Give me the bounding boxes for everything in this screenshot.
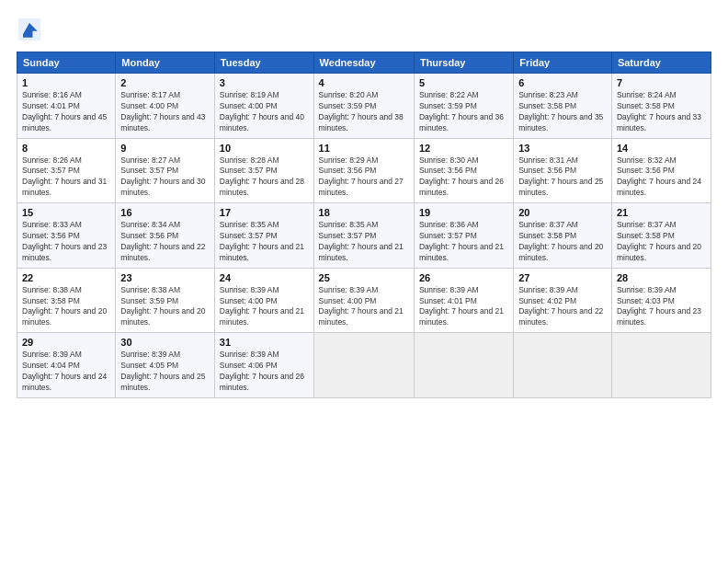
day-info: Sunrise: 8:22 AM Sunset: 3:59 PM Dayligh… bbox=[419, 90, 508, 134]
day-info: Sunrise: 8:27 AM Sunset: 3:57 PM Dayligh… bbox=[120, 155, 210, 200]
day-cell: 19 Sunrise: 8:36 AM Sunset: 3:57 PM Dayl… bbox=[414, 203, 513, 269]
day-number: 31 bbox=[220, 337, 309, 348]
day-number: 11 bbox=[319, 143, 409, 154]
day-info: Sunrise: 8:29 AM Sunset: 3:56 PM Dayligh… bbox=[319, 155, 409, 200]
day-number: 7 bbox=[617, 77, 706, 88]
day-info: Sunrise: 8:24 AM Sunset: 3:58 PM Dayligh… bbox=[617, 90, 706, 134]
day-info: Sunrise: 8:28 AM Sunset: 3:57 PM Dayligh… bbox=[220, 155, 309, 200]
day-number: 6 bbox=[518, 77, 607, 88]
day-info: Sunrise: 8:38 AM Sunset: 3:58 PM Dayligh… bbox=[22, 285, 110, 329]
header-day: Tuesday bbox=[214, 52, 313, 74]
week-row: 29 Sunrise: 8:39 AM Sunset: 4:04 PM Dayl… bbox=[17, 333, 711, 398]
day-number: 2 bbox=[120, 77, 210, 88]
day-number: 16 bbox=[120, 207, 210, 218]
page: SundayMondayTuesdayWednesdayThursdayFrid… bbox=[0, 0, 728, 563]
day-number: 14 bbox=[617, 143, 706, 154]
day-info: Sunrise: 8:26 AM Sunset: 3:57 PM Dayligh… bbox=[22, 155, 110, 200]
header-day: Friday bbox=[514, 52, 612, 74]
day-cell: 26 Sunrise: 8:39 AM Sunset: 4:01 PM Dayl… bbox=[414, 268, 513, 333]
day-cell bbox=[313, 333, 414, 398]
day-info: Sunrise: 8:19 AM Sunset: 4:00 PM Dayligh… bbox=[220, 90, 309, 134]
day-cell: 31 Sunrise: 8:39 AM Sunset: 4:06 PM Dayl… bbox=[214, 333, 313, 398]
day-cell: 10 Sunrise: 8:28 AM Sunset: 3:57 PM Dayl… bbox=[214, 138, 313, 203]
day-cell: 27 Sunrise: 8:39 AM Sunset: 4:02 PM Dayl… bbox=[514, 268, 612, 333]
day-number: 1 bbox=[22, 77, 110, 88]
week-row: 8 Sunrise: 8:26 AM Sunset: 3:57 PM Dayli… bbox=[17, 138, 711, 203]
day-cell: 28 Sunrise: 8:39 AM Sunset: 4:03 PM Dayl… bbox=[611, 268, 711, 333]
header bbox=[17, 17, 711, 42]
header-day: Sunday bbox=[17, 52, 116, 74]
day-number: 5 bbox=[419, 77, 508, 88]
day-number: 4 bbox=[319, 77, 409, 88]
day-number: 30 bbox=[120, 337, 210, 348]
day-cell: 24 Sunrise: 8:39 AM Sunset: 4:00 PM Dayl… bbox=[214, 268, 313, 333]
day-info: Sunrise: 8:31 AM Sunset: 3:56 PM Dayligh… bbox=[518, 155, 607, 200]
day-cell: 15 Sunrise: 8:33 AM Sunset: 3:56 PM Dayl… bbox=[17, 203, 116, 269]
day-number: 24 bbox=[220, 272, 309, 283]
day-info: Sunrise: 8:39 AM Sunset: 4:00 PM Dayligh… bbox=[319, 285, 409, 329]
day-info: Sunrise: 8:33 AM Sunset: 3:56 PM Dayligh… bbox=[22, 220, 110, 264]
day-cell: 23 Sunrise: 8:38 AM Sunset: 3:59 PM Dayl… bbox=[116, 268, 215, 333]
day-number: 23 bbox=[120, 272, 210, 283]
day-number: 18 bbox=[319, 207, 409, 218]
day-cell: 4 Sunrise: 8:20 AM Sunset: 3:59 PM Dayli… bbox=[313, 74, 414, 139]
day-number: 17 bbox=[220, 207, 309, 218]
day-info: Sunrise: 8:34 AM Sunset: 3:56 PM Dayligh… bbox=[120, 220, 210, 264]
day-info: Sunrise: 8:17 AM Sunset: 4:00 PM Dayligh… bbox=[120, 90, 210, 134]
day-cell: 14 Sunrise: 8:32 AM Sunset: 3:56 PM Dayl… bbox=[611, 138, 711, 203]
day-info: Sunrise: 8:37 AM Sunset: 3:58 PM Dayligh… bbox=[518, 220, 607, 264]
day-cell: 13 Sunrise: 8:31 AM Sunset: 3:56 PM Dayl… bbox=[514, 138, 612, 203]
day-cell: 22 Sunrise: 8:38 AM Sunset: 3:58 PM Dayl… bbox=[17, 268, 116, 333]
day-cell: 21 Sunrise: 8:37 AM Sunset: 3:58 PM Dayl… bbox=[611, 203, 711, 269]
day-cell: 12 Sunrise: 8:30 AM Sunset: 3:56 PM Dayl… bbox=[414, 138, 513, 203]
day-number: 13 bbox=[518, 143, 607, 154]
day-number: 29 bbox=[22, 337, 110, 348]
day-info: Sunrise: 8:20 AM Sunset: 3:59 PM Dayligh… bbox=[319, 90, 409, 134]
header-day: Monday bbox=[116, 52, 215, 74]
day-cell: 5 Sunrise: 8:22 AM Sunset: 3:59 PM Dayli… bbox=[414, 74, 513, 139]
day-cell: 7 Sunrise: 8:24 AM Sunset: 3:58 PM Dayli… bbox=[611, 74, 711, 139]
day-info: Sunrise: 8:16 AM Sunset: 4:01 PM Dayligh… bbox=[22, 90, 110, 134]
week-row: 1 Sunrise: 8:16 AM Sunset: 4:01 PM Dayli… bbox=[17, 74, 711, 139]
day-cell: 6 Sunrise: 8:23 AM Sunset: 3:58 PM Dayli… bbox=[514, 74, 612, 139]
day-info: Sunrise: 8:39 AM Sunset: 4:04 PM Dayligh… bbox=[22, 350, 110, 394]
day-cell: 17 Sunrise: 8:35 AM Sunset: 3:57 PM Dayl… bbox=[214, 203, 313, 269]
day-info: Sunrise: 8:38 AM Sunset: 3:59 PM Dayligh… bbox=[120, 285, 210, 329]
header-day: Wednesday bbox=[313, 52, 414, 74]
day-number: 10 bbox=[220, 143, 309, 154]
day-cell: 18 Sunrise: 8:35 AM Sunset: 3:57 PM Dayl… bbox=[313, 203, 414, 269]
day-info: Sunrise: 8:23 AM Sunset: 3:58 PM Dayligh… bbox=[518, 90, 607, 134]
logo bbox=[17, 17, 46, 42]
day-cell: 2 Sunrise: 8:17 AM Sunset: 4:00 PM Dayli… bbox=[116, 74, 215, 139]
day-number: 20 bbox=[518, 207, 607, 218]
day-cell: 9 Sunrise: 8:27 AM Sunset: 3:57 PM Dayli… bbox=[116, 138, 215, 203]
calendar: SundayMondayTuesdayWednesdayThursdayFrid… bbox=[17, 52, 711, 398]
week-row: 15 Sunrise: 8:33 AM Sunset: 3:56 PM Dayl… bbox=[17, 203, 711, 269]
day-number: 25 bbox=[319, 272, 409, 283]
day-info: Sunrise: 8:39 AM Sunset: 4:00 PM Dayligh… bbox=[220, 285, 309, 329]
day-number: 26 bbox=[419, 272, 508, 283]
header-day: Saturday bbox=[611, 52, 711, 74]
day-cell: 25 Sunrise: 8:39 AM Sunset: 4:00 PM Dayl… bbox=[313, 268, 414, 333]
day-cell: 1 Sunrise: 8:16 AM Sunset: 4:01 PM Dayli… bbox=[17, 74, 116, 139]
day-number: 27 bbox=[518, 272, 607, 283]
day-number: 28 bbox=[617, 272, 706, 283]
day-number: 9 bbox=[120, 143, 210, 154]
day-cell: 16 Sunrise: 8:34 AM Sunset: 3:56 PM Dayl… bbox=[116, 203, 215, 269]
week-row: 22 Sunrise: 8:38 AM Sunset: 3:58 PM Dayl… bbox=[17, 268, 711, 333]
day-number: 3 bbox=[220, 77, 309, 88]
day-number: 15 bbox=[22, 207, 110, 218]
day-info: Sunrise: 8:39 AM Sunset: 4:02 PM Dayligh… bbox=[518, 285, 607, 329]
day-cell: 30 Sunrise: 8:39 AM Sunset: 4:05 PM Dayl… bbox=[116, 333, 215, 398]
header-row: SundayMondayTuesdayWednesdayThursdayFrid… bbox=[17, 52, 711, 74]
day-cell: 20 Sunrise: 8:37 AM Sunset: 3:58 PM Dayl… bbox=[514, 203, 612, 269]
day-number: 19 bbox=[419, 207, 508, 218]
day-cell: 3 Sunrise: 8:19 AM Sunset: 4:00 PM Dayli… bbox=[214, 74, 313, 139]
day-number: 22 bbox=[22, 272, 110, 283]
day-info: Sunrise: 8:30 AM Sunset: 3:56 PM Dayligh… bbox=[419, 155, 508, 200]
day-info: Sunrise: 8:32 AM Sunset: 3:56 PM Dayligh… bbox=[617, 155, 706, 200]
day-cell: 11 Sunrise: 8:29 AM Sunset: 3:56 PM Dayl… bbox=[313, 138, 414, 203]
day-info: Sunrise: 8:39 AM Sunset: 4:01 PM Dayligh… bbox=[419, 285, 508, 329]
day-number: 8 bbox=[22, 143, 110, 154]
day-info: Sunrise: 8:35 AM Sunset: 3:57 PM Dayligh… bbox=[220, 220, 309, 264]
